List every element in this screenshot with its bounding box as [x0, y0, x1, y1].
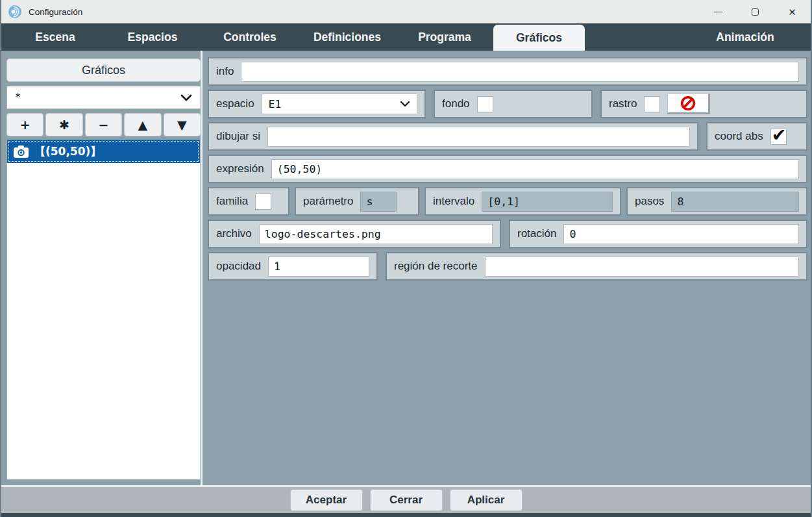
main-area: Gráficos * + ✱ − ▲ ▼ [1, 51, 811, 485]
tab-animacion[interactable]: Animación [696, 23, 794, 51]
tab-definiciones[interactable]: Definiciones [299, 23, 396, 51]
tab-programa[interactable]: Programa [396, 23, 493, 51]
region-recorte-input[interactable] [485, 257, 799, 277]
graphic-properties-panel: info espacio E1 fondo [203, 51, 811, 485]
move-up-button[interactable]: ▲ [124, 113, 161, 136]
fondo-label: fondo [442, 97, 470, 110]
familia-label: familia [216, 195, 248, 208]
archivo-label: archivo [216, 227, 252, 240]
opacidad-label: opacidad [216, 260, 261, 273]
field-group-familia: familia [208, 187, 289, 216]
field-group-rastro: rastro [600, 90, 807, 118]
field-group-parametro: parámetro [295, 187, 419, 216]
archivo-input[interactable] [259, 224, 493, 244]
graphics-list: 【(50,50)】 [6, 139, 201, 480]
window-title: Configuración [29, 7, 82, 17]
aceptar-button[interactable]: Aceptar [290, 489, 363, 511]
familia-checkbox[interactable] [255, 194, 271, 210]
rastro-color-button[interactable] [667, 94, 710, 114]
espacio-value: E1 [269, 98, 282, 110]
list-item-label: 【(50,50)】 [34, 144, 101, 159]
field-group-pasos: pasos [626, 187, 807, 216]
tab-graficos[interactable]: Gráficos [493, 25, 585, 51]
field-group-intervalo: intervalo [424, 187, 621, 216]
rotacion-label: rotación [517, 227, 556, 240]
parametro-input [360, 192, 397, 212]
field-group-info: info [208, 57, 807, 86]
expresion-input[interactable] [271, 159, 799, 179]
dialog-footer: Aceptar Cerrar Aplicar [1, 485, 811, 513]
espacio-label: espacio [216, 97, 254, 110]
rotacion-input[interactable] [563, 224, 799, 244]
tab-controles[interactable]: Controles [201, 23, 299, 51]
rastro-checkbox[interactable] [644, 96, 660, 112]
field-group-fondo: fondo [434, 90, 593, 118]
pasos-label: pasos [635, 195, 664, 208]
field-group-archivo: archivo [208, 220, 501, 248]
checkmark-icon: ✔ [772, 125, 787, 145]
coord-abs-checkbox[interactable]: ✔ [770, 129, 787, 145]
minimize-button[interactable] [700, 0, 737, 23]
close-button[interactable]: ✕ [774, 0, 811, 23]
close-icon: ✕ [788, 7, 796, 17]
espacio-select[interactable]: E1 [262, 94, 417, 114]
tab-escena[interactable]: Escena [6, 23, 104, 51]
chevron-down-icon [180, 94, 192, 101]
rastro-label: rastro [609, 97, 637, 110]
maximize-button[interactable] [737, 0, 774, 23]
dibujar-si-label: dibujar si [216, 130, 260, 143]
configuration-window: Configuración ✕ Escena Espacios Controle… [0, 0, 812, 517]
dibujar-si-input[interactable] [267, 127, 690, 147]
field-group-region-recorte: región de recorte [386, 252, 807, 281]
tab-bar: Escena Espacios Controles Definiciones P… [1, 23, 811, 51]
no-entry-icon [680, 95, 696, 112]
window-bottom-edge [1, 513, 811, 517]
field-group-opacidad: opacidad [208, 252, 378, 281]
title-bar: Configuración ✕ [1, 0, 811, 23]
cerrar-button[interactable]: Cerrar [370, 489, 443, 511]
info-label: info [216, 65, 234, 78]
fondo-checkbox[interactable] [477, 96, 493, 112]
graphics-toolbar: + ✱ − ▲ ▼ [6, 113, 201, 136]
list-item-image-graphic[interactable]: 【(50,50)】 [7, 140, 200, 163]
pasos-input [671, 192, 799, 212]
expresion-label: expresión [216, 162, 264, 175]
opacidad-input[interactable] [268, 257, 369, 277]
field-group-coord-abs: coord abs ✔ [706, 122, 807, 151]
minimize-icon [714, 12, 722, 12]
region-recorte-label: región de recorte [394, 260, 478, 273]
field-group-dibujar-si: dibujar si [208, 122, 698, 151]
chevron-down-icon [400, 101, 410, 107]
move-down-button[interactable]: ▼ [164, 113, 201, 136]
filter-value: * [15, 92, 21, 103]
info-input[interactable] [241, 62, 799, 82]
maximize-icon [752, 8, 759, 16]
graphics-filter-select[interactable]: * [6, 86, 201, 109]
graphics-sidebar: Gráficos * + ✱ − ▲ ▼ [1, 51, 201, 485]
intervalo-input [482, 192, 613, 212]
aplicar-button[interactable]: Aplicar [450, 489, 523, 511]
field-group-rotacion: rotación [509, 220, 807, 248]
descartes-logo-icon [8, 5, 22, 19]
camera-icon [14, 145, 29, 158]
intervalo-label: intervalo [433, 195, 474, 208]
coord-abs-label: coord abs [715, 130, 763, 143]
sidebar-title: Gráficos [6, 58, 201, 82]
field-group-expresion: expresión [208, 155, 807, 183]
tab-espacios[interactable]: Espacios [104, 23, 201, 51]
remove-graphic-button[interactable]: − [85, 113, 122, 136]
window-controls: ✕ [700, 0, 811, 23]
parametro-label: parámetro [303, 195, 353, 208]
add-graphic-button[interactable]: + [6, 113, 43, 136]
field-group-espacio: espacio E1 [208, 90, 426, 118]
duplicate-graphic-button[interactable]: ✱ [45, 113, 82, 136]
